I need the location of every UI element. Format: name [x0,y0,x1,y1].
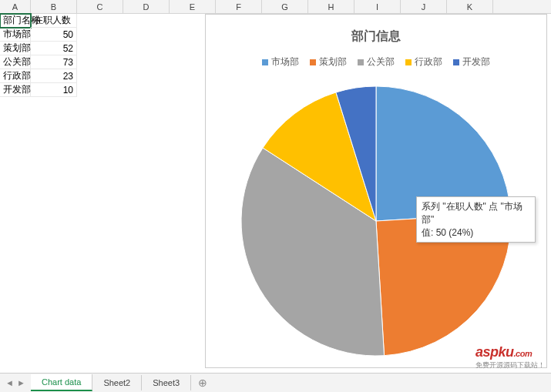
legend-swatch-icon [310,59,316,65]
col-header-J[interactable]: J [401,0,447,13]
chart-tooltip: 系列 "在职人数" 点 "市场部" 值: 50 (24%) [416,196,536,243]
tooltip-line1: 系列 "在职人数" 点 "市场部" [422,200,530,226]
col-header-C[interactable]: C [77,0,123,13]
plus-circle-icon: ⊕ [198,377,207,389]
cell-B3[interactable]: 52 [31,42,77,55]
col-header-A[interactable]: A [0,0,31,13]
cell-B1[interactable]: 在职人数 [31,14,77,28]
legend-item[interactable]: 开发部 [453,55,490,69]
col-header-F[interactable]: F [216,0,262,13]
chart-legend: 市场部 策划部 公关部 行政部 开发部 [206,55,546,69]
triangle-right-icon[interactable]: ► [17,378,25,387]
cell-A6[interactable]: 开发部 [0,83,31,97]
legend-label: 市场部 [271,55,299,69]
legend-swatch-icon [453,59,459,65]
tooltip-line2: 值: 50 (24%) [422,226,530,240]
legend-label: 开发部 [462,55,490,69]
triangle-left-icon[interactable]: ◄ [5,378,14,387]
cell-A3[interactable]: 策划部 [0,42,31,55]
sheet-tab-bar: ◄ ► Chart data Sheet2 Sheet3 ⊕ [0,373,551,392]
pie-chart-container[interactable]: 部门信息 市场部 策划部 公关部 行政部 开发部 [205,14,547,368]
col-header-G[interactable]: G [262,0,308,13]
col-header-B[interactable]: B [31,0,77,13]
add-sheet-button[interactable]: ⊕ [191,377,214,389]
legend-item[interactable]: 策划部 [310,55,347,69]
cell-A1[interactable]: 部门名称 [0,14,31,28]
cell-A4[interactable]: 公关部 [0,55,31,69]
col-header-D[interactable]: D [123,0,170,13]
legend-swatch-icon [262,59,268,65]
cell-A5[interactable]: 行政部 [0,69,31,83]
chart-title: 部门信息 [206,28,546,45]
col-header-I[interactable]: I [354,0,401,13]
cell-B5[interactable]: 23 [31,69,77,83]
cell-B4[interactable]: 73 [31,55,77,69]
col-header-E[interactable]: E [170,0,216,13]
sheet-tab-chart-data[interactable]: Chart data [31,374,92,391]
legend-label: 公关部 [367,55,395,69]
col-header-H[interactable]: H [308,0,354,13]
legend-swatch-icon [358,59,364,65]
cell-B2[interactable]: 50 [31,28,77,42]
column-header-row: A B C D E F G H I J K [0,0,551,14]
watermark-logo: aspku.com 免费开源源码下载站！ [475,344,545,370]
sheet-tab-sheet2[interactable]: Sheet2 [92,375,142,390]
cell-B6[interactable]: 10 [31,83,77,97]
legend-label: 行政部 [415,55,442,69]
cell-A2[interactable]: 市场部 [0,28,31,42]
legend-item[interactable]: 行政部 [405,55,442,69]
col-header-K[interactable]: K [447,0,493,13]
legend-swatch-icon [405,59,412,65]
legend-item[interactable]: 公关部 [358,55,395,69]
legend-item[interactable]: 市场部 [262,55,299,69]
sheet-tab-sheet3[interactable]: Sheet3 [142,375,191,390]
legend-label: 策划部 [319,55,347,69]
tab-nav-arrows[interactable]: ◄ ► [0,378,31,387]
